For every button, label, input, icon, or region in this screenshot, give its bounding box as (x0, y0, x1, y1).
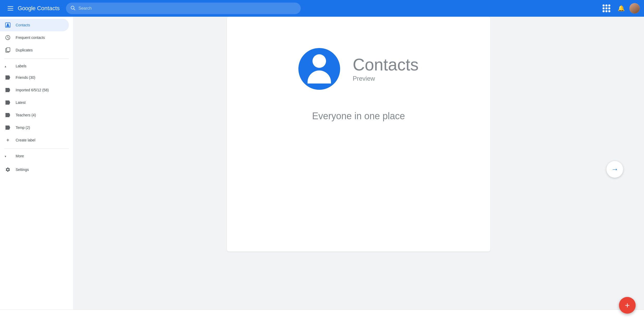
menu-button[interactable] (4, 2, 17, 15)
notifications-button[interactable]: 🔔 (615, 2, 627, 15)
more-label: More (16, 154, 24, 158)
latest-label: Latest (16, 100, 26, 105)
tag-icon-imported (4, 88, 11, 92)
create-label-text: Create label (16, 138, 35, 142)
sidebar-item-latest[interactable]: Latest (0, 96, 69, 109)
arrow-right-icon: → (611, 165, 618, 174)
sidebar-item-imported[interactable]: Imported 6/5/12 (58) (0, 84, 69, 96)
sidebar-item-contacts[interactable]: Contacts (0, 19, 69, 31)
search-icon (70, 5, 75, 12)
preview-title: Contacts (353, 56, 419, 74)
app-logo: Google Contacts (18, 5, 60, 12)
bell-icon: 🔔 (618, 5, 625, 12)
search-bar[interactable]: Search (66, 3, 301, 14)
svg-line-1 (74, 9, 75, 10)
imported-label: Imported 6/5/12 (58) (16, 88, 49, 92)
teachers-label: Teachers (4) (16, 113, 36, 117)
header-actions: 🔔 (600, 2, 640, 15)
duplicates-label: Duplicates (16, 48, 33, 52)
sidebar-item-friends[interactable]: Friends (30) (0, 71, 69, 84)
tag-icon-friends (4, 75, 11, 80)
preview-subtitle: Preview (353, 75, 419, 82)
app-header: Google Contacts Search 🔔 (0, 0, 644, 17)
chevron-down-icon (4, 154, 11, 158)
sidebar-item-duplicates[interactable]: Duplicates (0, 44, 69, 56)
sidebar-item-teachers[interactable]: Teachers (4) (0, 109, 69, 121)
waffle-button[interactable] (600, 2, 613, 15)
settings-label: Settings (16, 168, 29, 172)
labels-section-header[interactable]: Labels (0, 61, 73, 71)
sidebar-item-settings[interactable]: Settings (0, 163, 69, 176)
avatar-image (629, 3, 640, 14)
google-wordmark: Google (18, 5, 35, 12)
sidebar-item-more[interactable]: More (0, 151, 73, 161)
tag-icon-latest (4, 100, 11, 105)
sidebar: Contacts Frequent contacts Duplicates La… (0, 17, 73, 322)
bottom-bar (0, 309, 644, 322)
preview-logo-section: Contacts Preview (298, 48, 419, 90)
sidebar-divider-2 (4, 148, 69, 149)
contacts-label: Contacts (16, 23, 30, 27)
preview-title-section: Contacts Preview (353, 56, 419, 82)
plus-icon: + (4, 137, 11, 143)
main-content: Contacts Preview Everyone in one place → (73, 17, 644, 322)
tag-icon-temp (4, 126, 11, 130)
preview-avatar-circle (298, 48, 340, 90)
sidebar-item-frequent[interactable]: Frequent contacts (0, 31, 69, 44)
preview-tagline: Everyone in one place (312, 111, 405, 122)
fab-plus-icon: + (625, 301, 630, 310)
chevron-up-icon (4, 64, 11, 68)
gear-icon (4, 167, 11, 172)
tag-icon-teachers (4, 113, 11, 117)
sidebar-item-create-label[interactable]: + Create label (0, 134, 73, 146)
hamburger-icon (8, 6, 13, 10)
duplicates-icon (4, 47, 11, 53)
labels-section-label: Labels (16, 64, 26, 68)
avatar-body (308, 70, 331, 84)
svg-point-3 (7, 23, 9, 25)
waffle-icon (603, 4, 610, 12)
contacts-icon (4, 22, 11, 28)
fab-add-contact[interactable]: + (619, 297, 636, 314)
frequent-contacts-label: Frequent contacts (16, 35, 45, 40)
sidebar-divider-1 (4, 58, 69, 59)
contacts-wordmark: Contacts (37, 5, 60, 12)
friends-label: Friends (30) (16, 75, 35, 80)
svg-rect-6 (7, 48, 10, 52)
next-button[interactable]: → (606, 161, 623, 178)
preview-person-icon (308, 54, 331, 84)
avatar-head (312, 54, 326, 68)
search-placeholder: Search (79, 6, 297, 11)
sidebar-item-temp[interactable]: Temp (2) (0, 121, 69, 134)
frequent-icon (4, 35, 11, 40)
temp-label: Temp (2) (16, 126, 30, 130)
account-avatar[interactable] (629, 3, 640, 14)
preview-card: Contacts Preview Everyone in one place (227, 17, 490, 252)
